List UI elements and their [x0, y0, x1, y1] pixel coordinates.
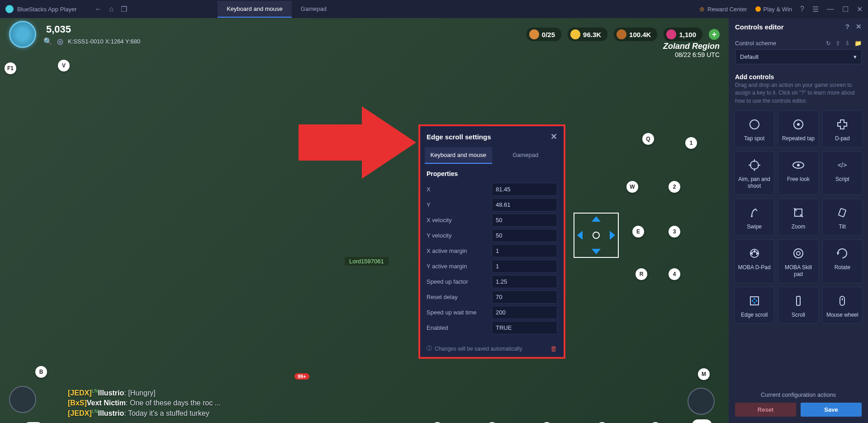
add-controls-description: Drag and drop an action on your game scr… [729, 81, 868, 110]
dialog-tab-keyboard-mouse[interactable]: Keyboard and mouse [425, 147, 492, 164]
property-row: Y active margin [427, 260, 557, 273]
control-zoom[interactable]: Zoom [778, 199, 818, 236]
panel-close-icon[interactable]: ✕ [856, 23, 862, 31]
key-badge-e[interactable]: E [632, 226, 644, 238]
control-rotate[interactable]: Rotate [822, 239, 863, 283]
reset-button[interactable]: Reset [735, 403, 796, 417]
bottom-action-2[interactable] [688, 388, 715, 415]
control-free-look[interactable]: Free look [778, 151, 818, 195]
player-avatar[interactable] [9, 21, 36, 48]
svg-rect-16 [839, 208, 846, 217]
maximize-icon[interactable]: ☐ [842, 5, 849, 14]
key-badge-1[interactable]: 1 [685, 137, 697, 149]
region-info[interactable]: Zoland Region 08/22 6:59 UTC [663, 42, 720, 58]
player-name-label[interactable]: Lord1597061 [345, 257, 389, 266]
gold-icon [570, 29, 580, 39]
property-input[interactable] [492, 214, 557, 227]
property-input[interactable] [492, 306, 557, 319]
bottom-action-1[interactable] [9, 386, 36, 413]
svg-marker-26 [753, 302, 756, 304]
menu-icon[interactable]: ☰ [812, 5, 819, 14]
key-badge-r[interactable]: R [636, 268, 647, 280]
game-viewport[interactable]: 5,035 🔍 ◎ K:SSS1-0010 X:1264 Y:680 0/25 … [0, 18, 729, 423]
reward-center-button[interactable]: ♔Reward Center [699, 6, 747, 13]
close-icon[interactable]: ✕ [857, 5, 863, 14]
tab-keyboard-mouse[interactable]: Keyboard and mouse [218, 1, 292, 18]
key-badge-q[interactable]: Q [642, 133, 654, 145]
control-mouse-wheel[interactable]: Mouse wheel [822, 287, 863, 324]
control-tap-spot[interactable]: Tap spot [734, 110, 774, 147]
control-repeated-tap[interactable]: Repeated tap [778, 110, 818, 147]
control-scroll[interactable]: Scroll [778, 287, 818, 324]
control-scheme-select[interactable]: Default ▾ [735, 49, 862, 64]
property-input[interactable] [492, 198, 557, 211]
delete-control-button[interactable]: 🗑 [550, 345, 557, 352]
key-badge-f1[interactable]: F1 [5, 62, 16, 74]
control-moba-d-pad[interactable]: MOBA D-Pad [734, 239, 774, 283]
control-icon [747, 158, 762, 172]
arrow-up-icon [592, 216, 601, 222]
key-badge-m[interactable]: M [698, 368, 710, 380]
edge-scroll-control[interactable] [574, 213, 619, 258]
property-input[interactable] [492, 183, 557, 196]
location-icon[interactable]: ◎ [57, 37, 63, 46]
help-icon[interactable]: ? [800, 5, 804, 13]
dialog-close-button[interactable]: ✕ [550, 132, 557, 142]
key-badge-4[interactable]: 4 [669, 268, 680, 280]
svg-point-12 [751, 215, 753, 217]
minimize-icon[interactable]: — [827, 5, 834, 13]
control-edge-scroll[interactable]: Edge scroll [734, 287, 774, 324]
panel-help-icon[interactable]: ? [845, 23, 849, 31]
property-input[interactable] [492, 321, 557, 334]
resource-gem[interactable]: 1,100 [664, 28, 702, 41]
export-scheme-icon[interactable]: ⇪ [835, 40, 840, 47]
property-input[interactable] [492, 260, 557, 273]
arrow-right-icon [610, 231, 615, 240]
add-controls-heading: Add controls [729, 70, 868, 81]
control-swipe[interactable]: Swipe [734, 199, 774, 236]
tab-gamepad[interactable]: Gamepad [292, 1, 336, 18]
key-badge-2[interactable]: 2 [669, 181, 680, 193]
add-resource-button[interactable]: + [709, 29, 720, 40]
control-d-pad[interactable]: D-pad [822, 110, 863, 147]
key-badge-v[interactable]: V [58, 60, 70, 71]
chat-notification-badge[interactable]: 99+ [294, 373, 309, 380]
home-icon[interactable]: ⌂ [109, 5, 114, 14]
control-icon [791, 158, 806, 172]
refresh-scheme-icon[interactable]: ↻ [826, 40, 831, 47]
control-label: Tilt [839, 223, 846, 231]
key-badge-tab[interactable]: Tab [692, 419, 712, 423]
recent-apps-icon[interactable]: ❐ [121, 5, 127, 14]
config-actions-label: Current configuration actions [735, 391, 862, 398]
control-icon [791, 205, 806, 220]
crown-icon: ♔ [699, 6, 705, 13]
key-badge-w[interactable]: W [626, 181, 638, 193]
resource-gold[interactable]: 96.3K [568, 28, 607, 41]
property-input[interactable] [492, 275, 557, 288]
control-label: Rotate [835, 264, 850, 271]
control-aim-pan-and-shoot[interactable]: Aim, pan and shoot [734, 151, 774, 195]
control-tilt[interactable]: Tilt [822, 199, 863, 236]
property-row: Speed up wait time [427, 306, 557, 319]
property-input[interactable] [492, 244, 557, 257]
coordinates[interactable]: K:SSS1-0010 X:1264 Y:680 [68, 38, 140, 45]
open-folder-icon[interactable]: 📁 [854, 40, 862, 47]
control-label: Script [835, 176, 849, 183]
property-row: Y velocity [427, 229, 557, 242]
property-input[interactable] [492, 290, 557, 304]
chat-box[interactable]: [JEDX]LNIllustrio: [Hungry][BxS]Vext Nic… [68, 388, 221, 418]
search-icon[interactable]: 🔍 [43, 37, 52, 46]
import-scheme-icon[interactable]: ⇩ [845, 40, 850, 47]
property-label: Reset delay [427, 294, 492, 300]
key-badge-3[interactable]: 3 [669, 226, 680, 238]
control-script[interactable]: </>Script [822, 151, 863, 195]
resource-food[interactable]: 0/25 [526, 28, 561, 41]
play-win-button[interactable]: Play & Win [755, 6, 792, 13]
control-moba-skill-pad[interactable]: MOBA Skill pad [778, 239, 818, 283]
resource-wood[interactable]: 100.4K [614, 28, 657, 41]
dialog-tab-gamepad[interactable]: Gamepad [492, 147, 560, 164]
property-input[interactable] [492, 229, 557, 242]
back-icon[interactable]: ← [95, 5, 102, 14]
save-button[interactable]: Save [801, 403, 862, 417]
key-badge-b[interactable]: B [35, 366, 47, 378]
